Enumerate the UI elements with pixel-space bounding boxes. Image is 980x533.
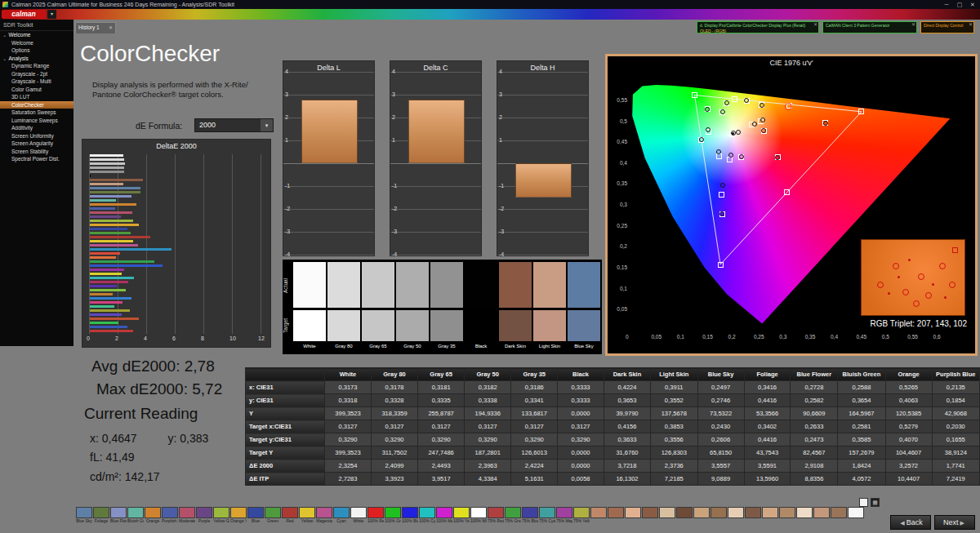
color-patch-foliage[interactable]: Foliage [93,507,109,524]
grid-icon[interactable]: ▦ [871,498,880,507]
table-cell: 7,2185 [651,473,697,486]
color-patch-orange[interactable]: Orange [145,507,161,524]
color-patch[interactable] [745,507,761,524]
meter-button-calman-client-3-pattern-genera[interactable]: CalMAN Client 3 Pattern Generator✕ [822,21,917,33]
color-patch[interactable] [710,507,727,524]
color-patch[interactable] [831,507,847,524]
axis-tick-label: 0,2 [728,334,736,340]
color-patch-100-red[interactable]: 100% Red [368,507,384,524]
color-patch[interactable] [659,507,675,524]
axis-tick-label: -3 [285,229,296,234]
color-patch-100-yellow[interactable]: 100% Yellow [453,507,470,524]
tree-expand-icon[interactable]: ⌄ [2,32,7,38]
sidebar-item-welcome[interactable]: Welcome [0,39,74,47]
table-cell: 0,3556 [651,433,697,446]
color-patch-yellow-green[interactable]: Yellow Green [213,507,229,524]
tree-expand-icon[interactable]: ⌄ [2,56,7,61]
color-patch-white[interactable]: White [350,507,367,524]
color-patch[interactable] [762,507,778,524]
color-patch-100-green[interactable]: 100% Green [385,507,401,524]
color-patch-moderate-red[interactable]: Moderate Red [179,507,195,524]
color-patch-75-cyan[interactable]: 75% Cyan [539,507,555,524]
sidebar-item-analysis[interactable]: ⌄Analysis [0,55,74,63]
color-patch[interactable] [608,507,624,524]
close-icon[interactable]: ✕ [967,0,978,9]
sidebar-item-dynamic-range[interactable]: Dynamic Range [0,62,74,70]
cie-measured-circle [706,127,710,132]
color-patch-magenta[interactable]: Magenta [316,507,332,524]
color-patch-purple[interactable]: Purple [196,507,212,524]
inset-measured-circle [913,300,920,307]
patch-name-label: Gray 65 [362,341,394,351]
color-patch[interactable] [693,507,710,524]
color-patch-100-cyan[interactable]: 100% Cyan [419,507,435,524]
meter-button-direct-display-control[interactable]: Direct Display Control✕ [920,21,974,33]
meter-button-d-display-pro-calibrite-colorc[interactable]: d. Display Pro/Calibrite ColorChecker Di… [697,21,819,33]
delta-h-chart: Delta H -4-3-2-11234 [497,60,589,256]
sidebar-item-grayscale-2pt[interactable]: Grayscale - 2pt [0,70,74,78]
close-icon[interactable]: ✕ [813,22,817,28]
sidebar-item-grayscale-multi[interactable]: Grayscale - Multi [0,78,74,86]
sidebar-item-spectral-power-dist[interactable]: Spectral Power Dist. [0,155,74,163]
color-patch-blue[interactable]: Blue [247,507,264,524]
sidebar-item-additivity[interactable]: Additivity [0,124,74,132]
table-cell: 0,3127 [371,420,417,433]
color-patch-100-white[interactable]: 100% White [470,507,487,524]
sidebar-item-screen-angularity[interactable]: Screen Angularity [0,140,74,148]
sidebar-item-luminance-sweeps[interactable]: Luminance Sweeps [0,117,74,125]
color-patch-orange-yellow[interactable]: Orange Yellow [230,507,247,524]
back-button[interactable]: ◀Back [890,515,931,530]
minimize-icon[interactable]: ─ [941,0,952,9]
color-patch[interactable] [796,507,813,524]
color-patch-75-green[interactable]: 75% Green [505,507,521,524]
color-patch-green[interactable]: Green [265,507,281,524]
calman-menu-button[interactable]: calman [2,10,46,19]
color-patch-75-yellow[interactable]: 75% Yellow [573,507,590,524]
sidebar-item-3d-lut[interactable]: 3D LUT [0,93,74,101]
color-patch-bluish-green[interactable]: Bluish Green [127,507,144,524]
deltae-bar [90,162,125,165]
maximize-icon[interactable]: ▢ [954,0,965,9]
table-row: Target y:CIE310,32900,32900,32900,32900,… [246,433,980,446]
color-patch[interactable] [728,507,744,524]
color-patch-red[interactable]: Red [282,507,298,524]
color-patch-yellow[interactable]: Yellow [299,507,315,524]
sidebar-item-color-gamut[interactable]: Color Gamut [0,86,74,94]
color-patch[interactable] [779,507,795,524]
color-patch[interactable] [625,507,641,524]
close-icon[interactable]: ✕ [911,22,915,28]
color-patch[interactable] [813,507,830,524]
sidebar-item-colorchecker[interactable]: ColorChecker [0,101,74,109]
sidebar-item-welcome[interactable]: ⌄Welcome [0,31,74,39]
color-patch-100-magenta[interactable]: 100% Magenta [436,507,452,524]
sidebar-item-options[interactable]: Options [0,47,74,55]
color-patch-75-red[interactable]: 75% Red [488,507,504,524]
color-patch-cyan[interactable]: Cyan [333,507,350,524]
color-patch-blue-flower[interactable]: Blue Flower [110,507,127,524]
column-header: Light Skin [651,368,697,381]
color-patch-100-blue[interactable]: 100% Blue [402,507,418,524]
sidebar-item-saturation-sweeps[interactable]: Saturation Sweeps [0,109,74,117]
table-cell: 0,5279 [885,420,932,433]
column-header: Gray 35 [511,368,558,381]
table-cell: 0,3181 [418,381,465,394]
sidebar-item-screen-uniformity[interactable]: Screen Uniformity [0,132,74,140]
current-patch-preview[interactable] [859,498,868,507]
close-icon[interactable]: ✕ [969,22,973,28]
color-patch-purplish-blue[interactable]: Purplish Blue [162,507,178,524]
next-button[interactable]: Next▶ [934,515,975,530]
color-patch-75-magenta[interactable]: 75% Magenta [556,507,572,524]
color-patch[interactable] [642,507,658,524]
tab-history-1[interactable]: History 1 ✕ [75,22,116,33]
color-patch-75-blue[interactable]: 75% Blue [522,507,538,524]
color-patch[interactable] [676,507,693,524]
color-patch-blue-sky[interactable]: Blue Sky [76,507,92,524]
inset-measured-circle [902,289,909,295]
de-formula-select[interactable]: 2000 ▾ [194,118,274,132]
close-icon[interactable]: ✕ [109,23,113,33]
color-patch[interactable] [590,507,607,524]
patch-swatch [385,507,401,518]
color-patch[interactable] [848,507,864,524]
sidebar-item-screen-stability[interactable]: Screen Stability [0,148,74,156]
chevron-down-icon[interactable]: ▾ [47,10,56,19]
